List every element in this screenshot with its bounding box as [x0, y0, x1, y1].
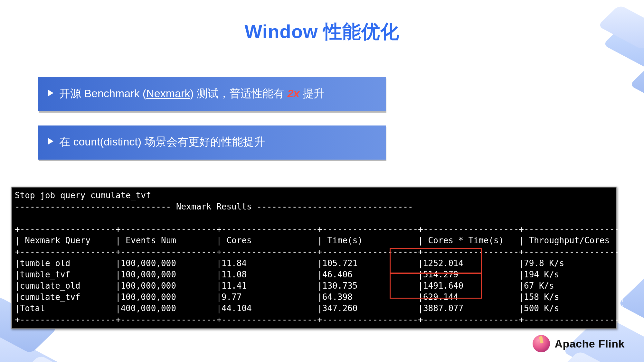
footer-brand-text: Apache Flink: [554, 338, 625, 350]
terminal-output: Stop job query cumulate_tvf ------------…: [11, 187, 617, 329]
bullet1-link: Nexmark: [146, 87, 190, 99]
chevron-right-icon: [48, 89, 53, 97]
bullet1-highlight: 2x: [287, 87, 299, 99]
chevron-right-icon: [48, 138, 53, 145]
bullet1-text-suffix: 提升: [299, 87, 324, 99]
slide-title: Window 性能优化: [0, 19, 644, 44]
terminal-row: |tumble_old |100,000,000 |11.84 |105.721…: [15, 258, 625, 268]
bullet-banner-2: 在 count(distinct) 场景会有更好的性能提升: [38, 125, 386, 160]
terminal-head: | Nexmark Query | Events Num | Cores | T…: [15, 236, 625, 245]
terminal-line: Stop job query cumulate_tvf: [15, 190, 151, 200]
bullet2-text: 在 count(distinct) 场景会有更好的性能提升: [59, 135, 265, 148]
cloud-deco-icon: [629, 62, 644, 116]
terminal-row: |cumulate_old |100,000,000 |11.41 |130.7…: [15, 281, 625, 291]
bullet1-text-mid: ) 测试，普适性能有: [190, 87, 287, 99]
footer-logo: Apache Flink: [533, 335, 625, 352]
terminal-row: |tumble_tvf |100,000,000 |11.08 |46.406 …: [15, 270, 625, 279]
bullet1-text-prefix: 开源 Benchmark (: [59, 87, 146, 99]
terminal-sep: +-------------------+-------------------…: [15, 224, 625, 234]
flink-squirrel-icon: [533, 335, 550, 352]
terminal-row: |cumulate_tvf |100,000,000 |9.77 |64.398…: [15, 292, 625, 302]
terminal-row: |Total |400,000,000 |44.104 |347.260 |38…: [15, 303, 625, 313]
terminal-sep: +-------------------+-------------------…: [15, 315, 625, 324]
terminal-line: ------------------------------- Nexmark …: [15, 202, 413, 211]
bullet-banner-1: 开源 Benchmark (Nexmark) 测试，普适性能有 2x 提升: [38, 77, 386, 111]
terminal-sep: +-------------------+-------------------…: [15, 247, 625, 256]
